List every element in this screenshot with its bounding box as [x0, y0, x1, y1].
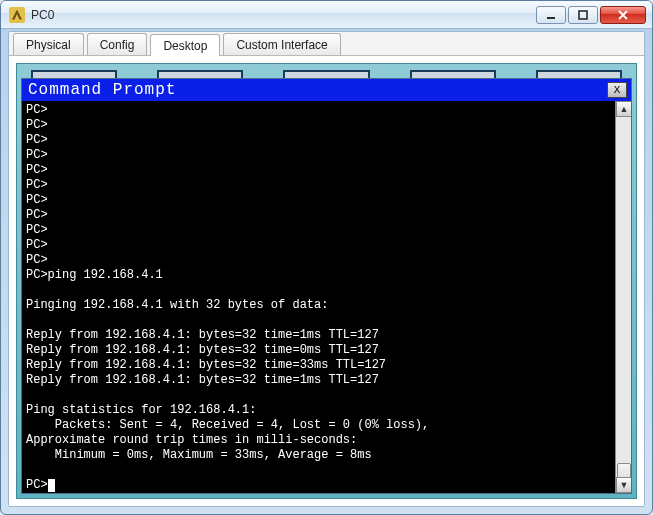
close-icon [618, 10, 628, 20]
terminal-cursor [48, 479, 55, 492]
maximize-icon [578, 10, 588, 20]
workspace: Command Prompt X PC> PC> PC> PC> PC> PC>… [9, 56, 644, 506]
svg-rect-0 [547, 17, 555, 19]
terminal-title: Command Prompt [28, 81, 176, 99]
terminal-output[interactable]: PC> PC> PC> PC> PC> PC> PC> PC> PC> PC> … [22, 101, 615, 493]
terminal-body-wrap: PC> PC> PC> PC> PC> PC> PC> PC> PC> PC> … [22, 101, 631, 493]
titlebar[interactable]: PC0 [1, 1, 652, 29]
client-area: Physical Config Desktop Custom Interface… [8, 31, 645, 507]
app-window: PC0 Physical Config Desktop Custom Inter… [0, 0, 653, 515]
command-prompt-window: Command Prompt X PC> PC> PC> PC> PC> PC>… [21, 78, 632, 494]
desktop-panel: Command Prompt X PC> PC> PC> PC> PC> PC>… [16, 63, 637, 499]
close-button[interactable] [600, 6, 646, 24]
terminal-scrollbar[interactable]: ▲ ▼ [615, 101, 631, 493]
scroll-down-button[interactable]: ▼ [616, 477, 631, 493]
tab-desktop[interactable]: Desktop [150, 34, 220, 56]
scroll-up-button[interactable]: ▲ [616, 101, 631, 117]
maximize-button[interactable] [568, 6, 598, 24]
minimize-button[interactable] [536, 6, 566, 24]
terminal-titlebar[interactable]: Command Prompt X [22, 79, 631, 101]
window-controls [534, 6, 646, 24]
svg-rect-1 [579, 11, 587, 19]
window-title: PC0 [31, 8, 54, 22]
tabstrip: Physical Config Desktop Custom Interface [9, 32, 644, 56]
tab-config[interactable]: Config [87, 33, 148, 55]
tab-custom-interface[interactable]: Custom Interface [223, 33, 340, 55]
app-icon [9, 7, 25, 23]
terminal-close-button[interactable]: X [607, 82, 627, 98]
minimize-icon [546, 10, 556, 20]
tab-physical[interactable]: Physical [13, 33, 84, 55]
